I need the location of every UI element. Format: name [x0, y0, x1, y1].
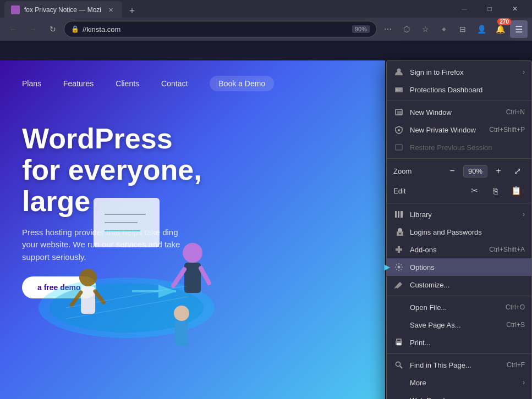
menu-item-logins[interactable]: Logins and Passwords	[387, 223, 531, 241]
web-developer-icon	[393, 395, 404, 399]
more-tools-icon: ⋯	[384, 25, 392, 34]
close-button[interactable]: ✕	[502, 0, 528, 18]
menu-item-sign-in[interactable]: Sign in to Firefox ›	[387, 63, 531, 81]
zoom-fullscreen-button[interactable]: ⤢	[509, 163, 525, 179]
restore-icon	[393, 142, 404, 153]
pocket-button[interactable]: ⬡	[398, 20, 415, 38]
svg-point-11	[79, 269, 97, 286]
logins-label: Logins and Passwords	[410, 228, 525, 236]
nav-clients[interactable]: Clients	[116, 79, 139, 88]
options-label: Options	[410, 263, 525, 271]
title-bar: fox Privacy Notice — Mozi ✕ + ─ □ ✕	[0, 0, 532, 18]
library-button[interactable]: ⌖	[435, 20, 453, 38]
synced-tabs-icon: ⊟	[459, 25, 466, 34]
menu-item-addons[interactable]: Add-ons Ctrl+Shift+A	[387, 241, 531, 258]
synced-tabs-button[interactable]: ⊟	[454, 20, 471, 38]
nav-book-demo[interactable]: Book a Demo	[210, 76, 274, 91]
hero-illustration	[22, 143, 231, 374]
customize-label: Customize...	[410, 281, 525, 289]
separator-2	[387, 158, 531, 159]
new-tab-button[interactable]: +	[124, 3, 140, 19]
browser-tab[interactable]: fox Privacy Notice — Mozi ✕	[4, 1, 122, 19]
new-private-shortcut: Ctrl+Shift+P	[489, 126, 525, 134]
menu-item-more[interactable]: More ›	[387, 374, 531, 391]
window-controls: ─ □ ✕	[452, 0, 528, 18]
nav-contact[interactable]: Contact	[161, 79, 188, 88]
menu-item-new-private[interactable]: New Private Window Ctrl+Shift+P	[387, 121, 531, 138]
menu-item-print[interactable]: Print...	[387, 334, 531, 351]
zoom-increase-button[interactable]: +	[491, 163, 506, 179]
svg-rect-12	[81, 286, 95, 314]
menu-item-save-page[interactable]: Save Page As... Ctrl+S	[387, 316, 531, 334]
sign-in-arrow: ›	[523, 68, 525, 76]
website-background: Plans Features Clients Contact Book a De…	[0, 60, 385, 399]
save-page-shortcut: Ctrl+S	[506, 321, 525, 329]
bookmark-button[interactable]: ☆	[416, 20, 434, 38]
svg-rect-28	[396, 145, 402, 150]
options-indicator: ►	[382, 262, 392, 273]
addons-label: Add-ons	[410, 246, 484, 254]
sign-in-label: Sign in to Firefox	[410, 68, 517, 76]
forward-button[interactable]: →	[24, 20, 42, 38]
back-button[interactable]: ←	[4, 20, 22, 38]
new-private-label: New Private Window	[410, 126, 484, 134]
maximize-button[interactable]: □	[477, 0, 502, 18]
nav-plans[interactable]: Plans	[22, 79, 41, 88]
svg-rect-26	[397, 111, 402, 115]
address-bar[interactable]: 🔒 //kinsta.com 90%	[64, 21, 377, 37]
account-icon: 👤	[477, 25, 486, 34]
paste-button[interactable]: 📋	[507, 183, 525, 198]
edit-label: Edit	[393, 187, 462, 195]
menu-item-new-window[interactable]: New Window Ctrl+N	[387, 103, 531, 121]
nav-features[interactable]: Features	[63, 79, 94, 88]
svg-point-34	[398, 266, 401, 269]
browser-nav-bar: ← → ↻ 🔒 //kinsta.com 90% ⋯ ⬡ ☆ ⌖ ⊟ 👤 🔔 2…	[0, 18, 532, 41]
library-icon: ⌖	[442, 25, 446, 34]
svg-point-37	[396, 362, 401, 367]
zoom-value: 90%	[463, 165, 487, 178]
menu-item-find[interactable]: Find in This Page... Ctrl+F	[387, 356, 531, 374]
tab-close-button[interactable]: ✕	[106, 5, 116, 15]
web-developer-arrow: ›	[523, 396, 525, 399]
svg-point-15	[174, 306, 189, 321]
sign-in-icon	[393, 66, 404, 77]
menu-item-open-file[interactable]: Open File... Ctrl+O	[387, 298, 531, 316]
account-button[interactable]: 👤	[473, 20, 490, 38]
new-window-icon	[393, 107, 404, 118]
find-label: Find in This Page...	[410, 361, 501, 369]
zoom-decrease-button[interactable]: −	[445, 163, 460, 179]
menu-item-customize[interactable]: Customize...	[387, 276, 531, 293]
more-label: More	[410, 379, 517, 387]
copy-button[interactable]: ⎘	[486, 183, 504, 198]
firefox-menu-button[interactable]: ☰	[510, 20, 528, 38]
logins-icon	[393, 226, 404, 237]
minimize-button[interactable]: ─	[452, 0, 477, 18]
private-window-icon	[393, 124, 404, 135]
svg-rect-31	[401, 211, 403, 218]
addons-icon	[393, 244, 404, 255]
menu-item-options[interactable]: ► Options	[387, 258, 531, 276]
notification-button[interactable]: 🔔 270	[491, 20, 509, 38]
open-file-label: Open File...	[410, 303, 500, 312]
menu-item-protections[interactable]: Protections Dashboard	[387, 81, 531, 98]
separator-1	[387, 101, 531, 101]
cut-button[interactable]: ✂	[465, 183, 483, 198]
open-file-icon	[393, 302, 404, 313]
svg-rect-23	[398, 88, 402, 90]
find-shortcut: Ctrl+F	[507, 361, 525, 369]
library-arrow: ›	[523, 210, 525, 218]
url-text: //kinsta.com	[83, 25, 349, 34]
reload-button[interactable]: ↻	[44, 20, 62, 38]
menu-item-library[interactable]: Library ›	[387, 206, 531, 223]
find-icon	[393, 359, 404, 370]
more-tools-button[interactable]: ⋯	[379, 20, 397, 38]
more-icon	[393, 377, 404, 388]
tab-favicon	[11, 5, 20, 14]
svg-line-38	[400, 366, 402, 368]
svg-point-33	[399, 233, 401, 235]
library-menu-icon	[393, 209, 404, 220]
zoom-label: Zoom	[393, 167, 441, 175]
zoom-control: Zoom − 90% + ⤢	[387, 161, 531, 181]
menu-item-web-developer[interactable]: Web Developer ›	[387, 391, 531, 399]
customize-icon	[393, 279, 404, 290]
